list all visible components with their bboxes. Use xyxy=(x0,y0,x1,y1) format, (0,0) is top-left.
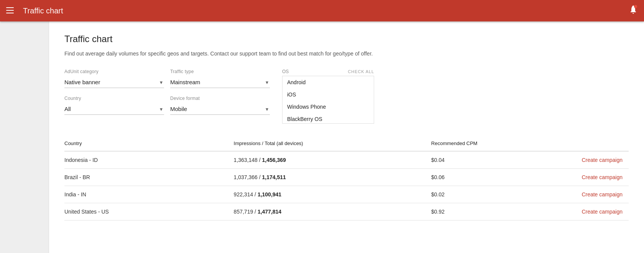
svg-rect-0 xyxy=(6,7,14,8)
table-row: Brazil - BR 1,037,366 / 1,174,511 $0.06 … xyxy=(64,169,629,186)
cell-action: Create campaign xyxy=(544,169,629,186)
os-header: OS CHECK ALL xyxy=(282,69,374,74)
device-filter: Device format Mobile Desktop Tablet xyxy=(170,96,270,115)
impressions-bold: 1,174,511 xyxy=(262,174,286,180)
impressions-normal: 857,719 / xyxy=(234,209,258,215)
cell-action: Create campaign xyxy=(544,151,629,169)
check-all-button[interactable]: CHECK ALL xyxy=(348,69,374,74)
adunit-filter: AdUnit category Native banner Banner Int… xyxy=(64,69,164,88)
adunit-select-wrapper: Native banner Banner Interstitial Video xyxy=(64,77,164,88)
filter-group-left: AdUnit category Native banner Banner Int… xyxy=(64,69,164,115)
svg-rect-1 xyxy=(6,10,14,11)
menu-icon[interactable] xyxy=(6,7,14,15)
col-header-cpm: Recommended CPM xyxy=(431,136,544,151)
cell-country: United States - US xyxy=(64,203,234,220)
create-campaign-button[interactable]: Create campaign xyxy=(582,209,623,215)
os-list[interactable]: Android iOS Windows Phone BlackBerry OS … xyxy=(282,76,374,124)
impressions-bold: 1,100,941 xyxy=(258,191,281,198)
impressions-bold: 1,456,369 xyxy=(262,157,286,163)
svg-rect-2 xyxy=(6,13,14,13)
col-header-action xyxy=(544,136,629,151)
os-panel: OS CHECK ALL Android iOS Windows Phone B… xyxy=(282,69,374,124)
create-campaign-button[interactable]: Create campaign xyxy=(582,174,623,180)
traffic-select[interactable]: Mainstream Adult xyxy=(170,77,270,88)
traffic-select-wrapper: Mainstream Adult xyxy=(170,77,270,88)
cell-country: Indonesia - ID xyxy=(64,151,234,169)
cell-action: Create campaign xyxy=(544,203,629,220)
cell-cpm: $0.02 xyxy=(431,186,544,203)
country-select[interactable]: All Indonesia - ID Brazil - BR India - I… xyxy=(64,103,164,115)
table-row: United States - US 857,719 / 1,477,814 $… xyxy=(64,203,629,220)
cell-impressions: 1,363,148 / 1,456,369 xyxy=(234,151,431,169)
filters-section: AdUnit category Native banner Banner Int… xyxy=(64,69,629,124)
cell-impressions: 857,719 / 1,477,814 xyxy=(234,203,431,220)
traffic-filter: Traffic type Mainstream Adult xyxy=(170,69,270,88)
os-item-ios[interactable]: iOS xyxy=(283,88,374,101)
table-row: India - IN 922,314 / 1,100,941 $0.02 Cre… xyxy=(64,186,629,203)
device-select-wrapper: Mobile Desktop Tablet xyxy=(170,103,270,115)
impressions-normal: 1,037,366 / xyxy=(234,174,262,180)
create-campaign-button[interactable]: Create campaign xyxy=(582,157,623,163)
data-table: Country Impressions / Total (all devices… xyxy=(64,136,629,220)
main-content: Traffic chart Find out average daily vol… xyxy=(49,21,644,253)
impressions-bold: 1,477,814 xyxy=(258,209,281,215)
table-header-row: Country Impressions / Total (all devices… xyxy=(64,136,629,151)
os-label: OS xyxy=(282,69,289,74)
cell-country: India - IN xyxy=(64,186,234,203)
country-filter: Country All Indonesia - ID Brazil - BR I… xyxy=(64,96,164,115)
country-label: Country xyxy=(64,96,164,101)
os-item-windows-phone[interactable]: Windows Phone xyxy=(283,101,374,113)
page-description: Find out average daily volumes for speci… xyxy=(64,51,629,57)
adunit-select[interactable]: Native banner Banner Interstitial Video xyxy=(64,77,164,88)
cell-cpm: $0.04 xyxy=(431,151,544,169)
svg-point-3 xyxy=(634,5,637,8)
device-select[interactable]: Mobile Desktop Tablet xyxy=(170,103,270,115)
cell-action: Create campaign xyxy=(544,186,629,203)
os-item-blackberry[interactable]: BlackBerry OS xyxy=(283,113,374,124)
os-item-android[interactable]: Android xyxy=(283,76,374,88)
table-row: Indonesia - ID 1,363,148 / 1,456,369 $0.… xyxy=(64,151,629,169)
cell-cpm: $0.06 xyxy=(431,169,544,186)
topbar: Traffic chart xyxy=(0,0,644,21)
cell-country: Brazil - BR xyxy=(64,169,234,186)
filter-group-middle: Traffic type Mainstream Adult Device for… xyxy=(170,69,270,115)
sidebar xyxy=(0,21,49,253)
page-title: Traffic chart xyxy=(64,34,629,44)
adunit-label: AdUnit category xyxy=(64,69,164,74)
topbar-title: Traffic chart xyxy=(23,7,629,15)
impressions-normal: 1,363,148 / xyxy=(234,157,262,163)
col-header-impressions: Impressions / Total (all devices) xyxy=(234,136,431,151)
impressions-normal: 922,314 / xyxy=(234,191,258,198)
create-campaign-button[interactable]: Create campaign xyxy=(582,191,623,198)
device-label: Device format xyxy=(170,96,270,101)
cell-impressions: 922,314 / 1,100,941 xyxy=(234,186,431,203)
bell-icon[interactable] xyxy=(629,5,638,17)
traffic-label: Traffic type xyxy=(170,69,270,74)
cell-cpm: $0.92 xyxy=(431,203,544,220)
col-header-country: Country xyxy=(64,136,234,151)
country-select-wrapper: All Indonesia - ID Brazil - BR India - I… xyxy=(64,103,164,115)
cell-impressions: 1,037,366 / 1,174,511 xyxy=(234,169,431,186)
